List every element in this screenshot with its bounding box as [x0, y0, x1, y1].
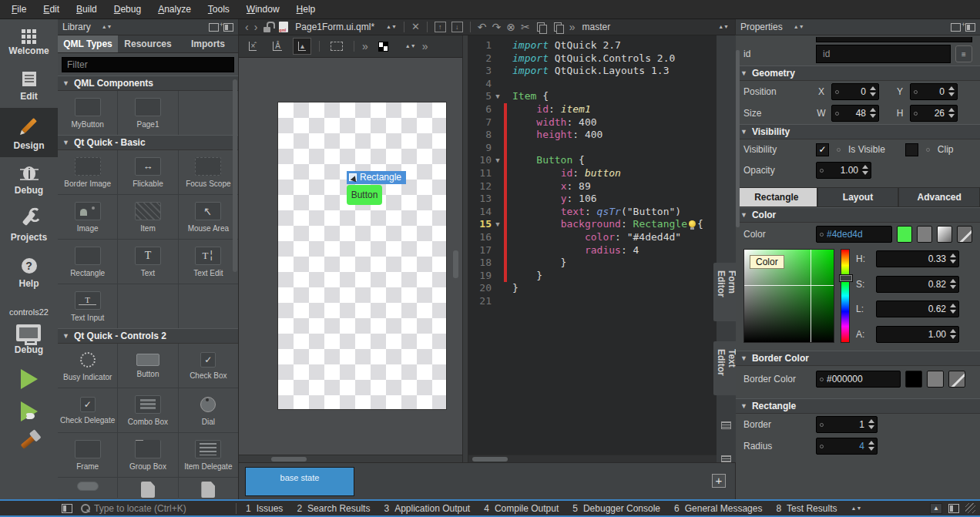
library-item-clipped[interactable]: [179, 478, 238, 498]
window-resize-grip[interactable]: [965, 503, 975, 513]
mode-debug[interactable]: Debug: [0, 157, 58, 202]
properties-scrollbar[interactable]: [736, 50, 740, 227]
qml-canvas[interactable]: Rectangle Button: [277, 102, 447, 410]
output-pane-select-icon[interactable]: ▲▼: [851, 507, 861, 510]
library-item-combo-box[interactable]: Combo Box: [118, 388, 177, 432]
tab-advanced[interactable]: Advanced: [898, 187, 980, 207]
output-pane-general-messages[interactable]: 6General Messages: [674, 503, 762, 514]
transparent-mode-button[interactable]: [957, 226, 972, 243]
output-pane-application-output[interactable]: 3Application Output: [384, 503, 470, 514]
border-color-hex-input[interactable]: #000000: [816, 371, 901, 388]
section-header-qt-quick-basic[interactable]: ▼Qt Quick - Basic: [58, 135, 238, 150]
code-area[interactable]: 1import QtQuick 2.72import QtQuick.Contr…: [468, 35, 717, 455]
mode-help[interactable]: ? Help: [0, 249, 58, 295]
code-line[interactable]: 12 x: 89: [468, 180, 717, 193]
library-item-page1[interactable]: Page1: [118, 91, 177, 135]
editor-splitter[interactable]: [462, 35, 468, 462]
library-item-mouse-area[interactable]: Mouse Area: [179, 195, 238, 239]
library-item-check-delegate[interactable]: Check Delegate: [58, 388, 117, 432]
mode-design[interactable]: Design: [0, 108, 58, 157]
library-item-image[interactable]: Image: [58, 195, 117, 239]
tab-layout[interactable]: Layout: [817, 187, 899, 207]
refactor-lightbulb-icon[interactable]: [689, 220, 696, 227]
outline-icon[interactable]: [721, 421, 731, 428]
fold-marker-icon[interactable]: ▼: [492, 154, 504, 167]
border-color-swatch[interactable]: [905, 371, 922, 388]
saturation-spinbox[interactable]: 0.82: [876, 276, 959, 293]
library-tab-imports[interactable]: Imports: [178, 35, 238, 52]
tab-rectangle[interactable]: Rectangle: [736, 187, 817, 207]
library-item-clipped[interactable]: [118, 478, 177, 498]
nav-forward-icon[interactable]: ›: [254, 20, 258, 34]
code-line[interactable]: 20}: [468, 282, 717, 295]
form-toolbar-overflow-icon[interactable]: »: [362, 39, 368, 53]
library-tab-resources[interactable]: Resources: [118, 35, 178, 52]
git-branch-label[interactable]: master: [582, 22, 611, 32]
library-item-group-box[interactable]: Group Box: [118, 433, 177, 477]
menu-analyze[interactable]: Analyze: [149, 0, 200, 18]
rectangle-section-header[interactable]: ▼Rectangle: [736, 398, 980, 414]
output-pane-search-results[interactable]: 2Search Results: [297, 503, 370, 514]
id-input[interactable]: [816, 45, 951, 63]
section-header-qt-quick-controls-2[interactable]: ▼Qt Quick - Controls 2: [58, 328, 238, 344]
library-item-mybutton[interactable]: MyButton: [58, 91, 117, 135]
properties-pane-select-icon[interactable]: ▲▼: [794, 25, 804, 29]
code-line[interactable]: 19 }: [468, 270, 717, 283]
hue-slider-handle[interactable]: [839, 274, 853, 282]
fold-marker-icon[interactable]: ▼: [492, 90, 504, 103]
border-spinbox[interactable]: 1: [816, 416, 878, 433]
code-line[interactable]: 15▼ background: Rectangle{: [468, 218, 717, 231]
library-item-rectangle[interactable]: Rectangle: [58, 240, 117, 284]
snap-anchors-button[interactable]: Â: [268, 38, 287, 55]
delete-icon[interactable]: ⊗: [506, 20, 515, 34]
library-item-text-edit[interactable]: Text Edit: [179, 240, 238, 284]
library-item-flickable[interactable]: Flickable: [118, 150, 177, 194]
menu-help[interactable]: Help: [288, 0, 324, 18]
form-toolbar-overflow2-icon[interactable]: »: [422, 39, 428, 53]
mode-projects[interactable]: Projects: [0, 202, 58, 249]
goto-prev-icon[interactable]: ↑: [435, 22, 446, 32]
library-item-item[interactable]: Item: [118, 195, 177, 239]
code-line[interactable]: 17 radius: 4: [468, 244, 717, 257]
no-snapping-button[interactable]: ×̂: [243, 38, 262, 55]
unlock-icon[interactable]: [263, 22, 274, 33]
menu-window[interactable]: Window: [238, 0, 288, 18]
split-panel-icon[interactable]: [209, 23, 219, 32]
close-panel-icon[interactable]: [223, 23, 233, 32]
code-line[interactable]: 7 width: 400: [468, 116, 717, 129]
id-options-button[interactable]: ≡: [955, 45, 972, 62]
section-header-qml-components[interactable]: ▼QML Components: [58, 76, 238, 91]
menu-debug[interactable]: Debug: [106, 0, 149, 18]
library-tab-qml-types[interactable]: QML Types: [58, 35, 118, 52]
library-scrollbar[interactable]: [233, 79, 237, 272]
selection-type-label[interactable]: Rectangle: [347, 171, 406, 184]
clip-checkbox[interactable]: [905, 143, 918, 156]
menu-edit[interactable]: Edit: [35, 0, 68, 18]
code-horizontal-scrollbar[interactable]: [468, 455, 717, 462]
gradient-mode-button[interactable]: [937, 226, 952, 243]
size-w-spinbox[interactable]: 48: [831, 105, 879, 122]
library-item-text-input[interactable]: Text Input: [58, 284, 117, 328]
goto-next-icon[interactable]: ↓: [451, 22, 463, 32]
designed-button[interactable]: Button: [347, 185, 382, 205]
document-dropdown-icon[interactable]: ▲▼: [386, 25, 397, 29]
show-bounding-rects-button[interactable]: [327, 38, 346, 55]
size-h-spinbox[interactable]: 26: [910, 105, 958, 122]
locator[interactable]: [80, 503, 227, 514]
code-line[interactable]: 13 y: 106: [468, 193, 717, 206]
library-item-frame[interactable]: Frame: [58, 433, 117, 477]
code-line[interactable]: 2import QtQuick.Controls 2.0: [468, 52, 717, 65]
code-line[interactable]: 10▼ Button {: [468, 154, 717, 167]
maximize-output-icon[interactable]: ▲: [930, 503, 942, 514]
kit-selector[interactable]: controls22 Debug: [9, 307, 49, 355]
library-item-check-box[interactable]: Check Box: [179, 344, 238, 388]
border-solid-mode-button[interactable]: [927, 371, 944, 388]
nav-back-icon[interactable]: ‹: [245, 20, 249, 34]
redo-icon[interactable]: ↷: [492, 20, 502, 34]
output-pane-compile-output[interactable]: 4Compile Output: [484, 503, 559, 514]
position-y-spinbox[interactable]: 0: [910, 83, 958, 100]
base-state-tile[interactable]: base state: [245, 467, 354, 496]
border-transparent-mode-button[interactable]: [948, 371, 965, 388]
menu-file[interactable]: File: [3, 0, 35, 18]
undo-icon[interactable]: ↶: [478, 20, 487, 34]
